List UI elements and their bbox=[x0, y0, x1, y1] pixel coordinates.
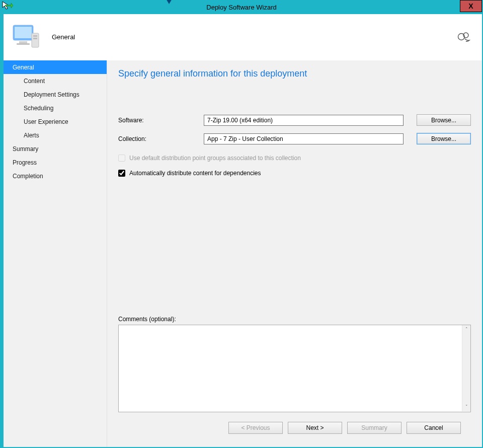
sidebar-item-scheduling[interactable]: Scheduling bbox=[4, 101, 107, 115]
wizard-main-panel: Specify general information for this dep… bbox=[107, 60, 482, 447]
sidebar-item-deployment-settings[interactable]: Deployment Settings bbox=[4, 88, 107, 101]
comments-textarea[interactable] bbox=[118, 325, 471, 412]
software-row: Software: Browse... bbox=[118, 114, 471, 126]
software-input[interactable] bbox=[204, 115, 404, 126]
collection-row: Collection: Browse... bbox=[118, 133, 471, 144]
comments-scrollbar[interactable]: ˄ ˅ bbox=[462, 325, 470, 411]
previous-button: < Previous bbox=[228, 422, 283, 434]
summary-button: Summary bbox=[347, 422, 401, 434]
collection-label: Collection: bbox=[118, 135, 204, 142]
sidebar-item-alerts[interactable]: Alerts bbox=[4, 128, 107, 142]
svg-rect-3 bbox=[15, 27, 32, 38]
software-browse-button[interactable]: Browse... bbox=[417, 114, 471, 126]
default-dp-checkbox-row: Use default distribution point groups as… bbox=[118, 155, 471, 162]
wizard-footer: < Previous Next > Summary Cancel bbox=[118, 414, 471, 442]
scroll-up-icon: ˄ bbox=[465, 325, 468, 334]
default-dp-label: Use default distribution point groups as… bbox=[129, 155, 301, 162]
wizard-dialog: General General Content Deployment Setti… bbox=[4, 14, 482, 447]
svg-rect-5 bbox=[17, 43, 30, 45]
sidebar-item-summary[interactable]: Summary bbox=[4, 142, 107, 156]
window-close-button[interactable]: X bbox=[460, 0, 482, 12]
auto-distribute-checkbox[interactable] bbox=[118, 170, 125, 177]
software-label: Software: bbox=[118, 117, 204, 124]
sidebar-item-progress[interactable]: Progress bbox=[4, 156, 107, 169]
sidebar-item-content[interactable]: Content bbox=[4, 74, 107, 88]
collection-browse-button[interactable]: Browse... bbox=[417, 133, 471, 144]
scroll-down-icon: ˅ bbox=[465, 403, 468, 411]
window-titlebar: Deploy Software Wizard bbox=[0, 0, 483, 14]
wizard-header: General bbox=[4, 14, 482, 60]
feedback-icon[interactable] bbox=[457, 31, 471, 43]
svg-rect-7 bbox=[33, 35, 37, 37]
comments-label: Comments (optional): bbox=[118, 301, 471, 323]
auto-distribute-checkbox-row: Automatically distribute content for dep… bbox=[118, 170, 471, 177]
default-dp-checkbox bbox=[118, 155, 125, 162]
main-heading: Specify general information for this dep… bbox=[118, 68, 471, 79]
svg-rect-4 bbox=[19, 41, 27, 43]
sidebar-item-user-experience[interactable]: User Experience bbox=[4, 115, 107, 128]
computer-icon bbox=[12, 23, 42, 51]
cancel-button[interactable]: Cancel bbox=[407, 422, 461, 434]
wizard-sidebar: General Content Deployment Settings Sche… bbox=[4, 60, 107, 447]
page-title: General bbox=[52, 33, 75, 41]
sidebar-item-completion[interactable]: Completion bbox=[4, 169, 107, 183]
next-button[interactable]: Next > bbox=[288, 422, 342, 434]
close-icon: X bbox=[468, 2, 473, 10]
collection-input[interactable] bbox=[204, 133, 404, 144]
window-title: Deploy Software Wizard bbox=[206, 4, 276, 11]
auto-distribute-label: Automatically distribute content for dep… bbox=[129, 170, 261, 177]
svg-rect-8 bbox=[33, 38, 37, 39]
sidebar-item-general[interactable]: General bbox=[4, 60, 107, 74]
